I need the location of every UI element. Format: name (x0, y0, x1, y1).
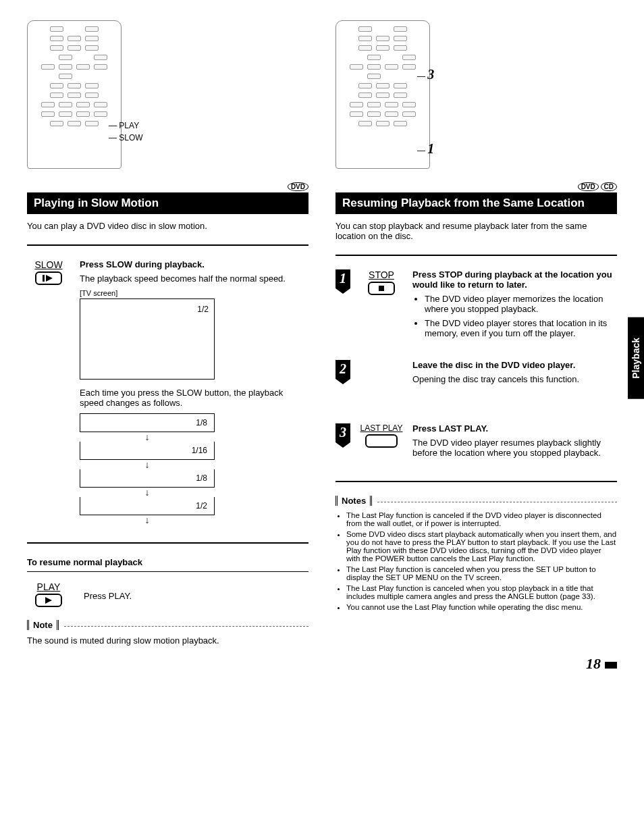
svg-marker-1 (46, 275, 53, 282)
heading-resuming: Resuming Playback from the Same Location (336, 192, 617, 214)
lastplay-button-icon (365, 434, 398, 448)
resume-row: PLAY Press PLAY. (27, 581, 308, 609)
step-2: 2 Leave the disc in the DVD video player… (336, 360, 617, 390)
stop-button-icon (368, 282, 395, 295)
lastplay-button-label: LAST PLAY (360, 423, 403, 433)
note-label-left: Note (27, 620, 59, 630)
note-4: The Last Play function is canceled when … (346, 584, 617, 600)
remote-diagram-right: — 3 — 1 (336, 20, 430, 169)
note-1: The Last Play function is canceled if th… (346, 511, 617, 527)
slow-button-label: SLOW (27, 259, 70, 270)
side-tab-playback: Playback (628, 317, 644, 399)
note-2: Some DVD video discs start playback auto… (346, 530, 617, 563)
step-1-title: Press STOP during playback at the locati… (412, 269, 617, 290)
step-3-text: The DVD video player resumes playback sl… (412, 438, 617, 458)
intro-resuming: You can stop playback and resume playbac… (336, 221, 617, 241)
step-2-number: 2 (336, 360, 350, 379)
svg-rect-3 (379, 286, 384, 291)
svg-rect-0 (43, 275, 45, 282)
slow-button-icon (35, 271, 62, 285)
left-column: — PLAY — SLOW DVD Playing in Slow Motion… (27, 20, 308, 646)
step-slow-text2: Each time you press the SLOW button, the… (80, 388, 308, 408)
note-5: You cannot use the Last Play function wh… (346, 603, 617, 611)
tv-screen: 1/2 (80, 298, 215, 380)
callout-1: — 1 (417, 141, 434, 157)
play-button-icon (35, 594, 62, 607)
step-3: 3 LAST PLAY Press LAST PLAY. The DVD vid… (336, 423, 617, 463)
right-column: — 3 — 1 DVD CD Resuming Playback from th… (336, 20, 617, 646)
intro-slow-motion: You can play a DVD video disc in slow mo… (27, 221, 308, 231)
step-1-number: 1 (336, 269, 350, 288)
remote-diagram-left: — PLAY — SLOW (27, 20, 122, 169)
step-1-bullet-2: The DVD video player stores that locatio… (425, 318, 617, 338)
svg-marker-2 (45, 597, 52, 604)
note-text-left: The sound is muted during slow motion pl… (27, 635, 308, 646)
step-slow-title: Press SLOW during playback. (80, 259, 308, 269)
tv-screen-label: [TV screen] (80, 289, 308, 297)
step-2-text: Opening the disc tray cancels this funct… (412, 374, 617, 384)
notes-list: The Last Play function is canceled if th… (336, 511, 617, 611)
disc-badges-right: DVD CD (336, 182, 617, 191)
disc-badges-left: DVD (27, 182, 308, 191)
callout-3: — 3 (417, 67, 434, 82)
step-3-number: 3 (336, 423, 350, 442)
resume-heading: To resume normal playback (27, 557, 308, 567)
play-button-label: PLAY (27, 581, 70, 592)
speed-diagram: 1/8 ↓ 1/16 ↓ 1/8 ↓ 1/2 ↓ (80, 413, 215, 523)
step-slow-text1: The playback speed becomes half the norm… (80, 273, 308, 284)
heading-slow-motion: Playing in Slow Motion (27, 192, 308, 214)
page-number: 18 (586, 655, 617, 673)
step-1-bullet-1: The DVD video player memorizes the locat… (425, 294, 617, 314)
note-3: The Last Play function is canceled when … (346, 565, 617, 581)
step-slow: SLOW Press SLOW during playback. The pla… (27, 259, 308, 525)
callout-play: — PLAY (109, 121, 139, 130)
callout-slow: — SLOW (109, 133, 143, 142)
resume-text: Press PLAY. (84, 581, 132, 601)
step-1: 1 STOP Press STOP during playback at the… (336, 269, 617, 342)
step-3-title: Press LAST PLAY. (412, 423, 617, 434)
notes-label-right: Notes (336, 496, 372, 506)
stop-button-label: STOP (360, 269, 403, 280)
step-2-title: Leave the disc in the DVD video player. (412, 360, 617, 370)
